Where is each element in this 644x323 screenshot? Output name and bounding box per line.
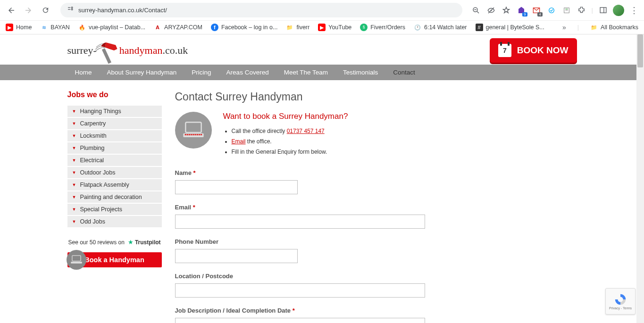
svg-rect-23 <box>189 134 190 135</box>
chevron-down-icon: ▼ <box>72 207 76 212</box>
back-button[interactable] <box>5 4 18 17</box>
laptop-icon <box>175 112 212 149</box>
nav-areas[interactable]: Areas Covered <box>219 65 276 80</box>
job-item[interactable]: ▼Painting and decoration <box>67 191 162 204</box>
bookmark-item[interactable]: ≋BAYAN <box>40 24 70 31</box>
browser-toolbar: surrey-handyman.co.uk/Contact/ 9 4 | ⋮ <box>0 0 644 20</box>
svg-rect-26 <box>194 134 196 135</box>
svg-rect-18 <box>71 262 82 264</box>
bookmarks-overflow-icon[interactable]: » <box>562 24 566 31</box>
svg-point-3 <box>71 9 73 10</box>
location-input[interactable] <box>175 283 425 298</box>
extension-icon-4[interactable] <box>561 5 572 16</box>
extension-icon-3[interactable] <box>546 5 557 16</box>
all-bookmarks[interactable]: 📁All Bookmarks <box>590 24 638 31</box>
job-item[interactable]: ▼Hanging Things <box>67 106 162 118</box>
svg-rect-14 <box>600 8 606 13</box>
recaptcha-badge[interactable]: Privacy - Terms <box>605 288 636 315</box>
name-input[interactable] <box>175 180 298 194</box>
job-item[interactable]: ▼Special Projects <box>67 204 162 216</box>
phone-input[interactable] <box>175 249 298 263</box>
site-settings-icon[interactable] <box>67 6 75 15</box>
svg-rect-29 <box>201 134 202 135</box>
sidebar-title: Jobs we do <box>67 91 162 99</box>
sidepanel-icon[interactable] <box>598 5 608 16</box>
nav-home[interactable]: Home <box>67 65 100 80</box>
phone-label: Phone Number <box>175 238 577 245</box>
name-label: Name * <box>175 169 577 176</box>
chevron-down-icon: ▼ <box>72 121 76 126</box>
job-item[interactable]: ▼Locksmith <box>67 130 162 142</box>
nav-about[interactable]: About Surrey Handyman <box>100 65 184 80</box>
nav-contact[interactable]: Contact <box>385 65 423 80</box>
job-item[interactable]: ▼Electrical <box>67 155 162 167</box>
bookmark-item[interactable]: fiFiverr/Orders <box>360 24 405 31</box>
intro-line: Fill in the General Enquiry form below. <box>232 148 348 156</box>
main-content: Contact Surrey Handyman Want to book a S… <box>175 91 577 323</box>
bookmark-item[interactable]: ▶YouTube <box>318 24 351 31</box>
svg-rect-27 <box>196 134 198 135</box>
extensions-icon[interactable] <box>577 5 587 16</box>
profile-avatar[interactable] <box>613 5 624 16</box>
chevron-down-icon: ▼ <box>72 158 76 163</box>
bookmark-item[interactable]: 📁fiverr <box>286 24 309 31</box>
bookmark-item[interactable]: fFacebook – log in o... <box>211 24 278 31</box>
star-icon: ★ <box>128 239 134 246</box>
page-viewport: surrey- handyman.co.uk 7 BOOK NOW <box>0 34 644 323</box>
site-logo[interactable]: surrey- handyman.co.uk <box>67 39 188 62</box>
sidebar: Jobs we do ▼Hanging Things ▼Carpentry ▼L… <box>67 91 162 323</box>
zoom-icon[interactable] <box>471 5 481 16</box>
chevron-down-icon: ▼ <box>72 182 76 187</box>
forward-button[interactable] <box>22 4 35 17</box>
svg-rect-25 <box>192 134 194 135</box>
bookmarks-bar: ▶Home ≋BAYAN 🔥vue-playlist – Datab... AA… <box>0 20 644 34</box>
chevron-down-icon: ▼ <box>72 219 76 224</box>
job-item[interactable]: ▼Odd Jobs <box>67 216 162 228</box>
job-input[interactable] <box>175 318 425 323</box>
bookmark-item[interactable]: 🔥vue-playlist – Datab... <box>78 24 145 31</box>
browser-chrome: surrey-handyman.co.uk/Contact/ 9 4 | ⋮ ▶… <box>0 0 644 34</box>
url-text: surrey-handyman.co.uk/Contact/ <box>78 7 167 14</box>
scrollbar-thumb[interactable] <box>637 34 643 67</box>
bookmark-item[interactable]: 🕐6:14 Watch later <box>414 24 467 31</box>
intro-title: Want to book a Surrey Handyman? <box>223 112 348 121</box>
svg-rect-24 <box>191 134 192 135</box>
job-item[interactable]: ▼Flatpack Assembly <box>67 179 162 191</box>
browser-menu-icon[interactable]: ⋮ <box>629 5 639 16</box>
phone-link[interactable]: 01737 457 147 <box>287 128 325 134</box>
bookmark-item[interactable]: #general | ByteSole S... <box>476 24 544 31</box>
extension-icon-2[interactable]: 4 <box>531 5 542 16</box>
extension-icon-1[interactable]: 9 <box>516 5 527 16</box>
email-input[interactable] <box>175 215 425 229</box>
chevron-down-icon: ▼ <box>72 195 76 199</box>
nav-pricing[interactable]: Pricing <box>184 65 218 80</box>
url-bar[interactable]: surrey-handyman.co.uk/Contact/ <box>60 3 462 17</box>
bookmark-item[interactable]: ▶Home <box>6 24 32 31</box>
book-handyman-button[interactable]: Book a Handyman <box>67 252 162 267</box>
svg-rect-0 <box>68 7 70 8</box>
email-label: Email * <box>175 204 577 211</box>
scrollbar[interactable] <box>636 34 644 323</box>
svg-rect-21 <box>184 134 186 135</box>
reload-button[interactable] <box>39 4 52 17</box>
bookmark-item[interactable]: AARYZAP.COM <box>154 24 202 31</box>
star-icon[interactable] <box>501 5 511 16</box>
chevron-down-icon: ▼ <box>72 109 76 114</box>
job-label: Job Description / Ideal Completion Date … <box>175 307 577 314</box>
job-item[interactable]: ▼Outdoor Jobs <box>67 167 162 179</box>
book-now-button[interactable]: 7 BOOK NOW <box>490 38 577 63</box>
eye-off-icon[interactable] <box>486 5 496 16</box>
trustpilot-widget[interactable]: See our 50 reviews on ★ Trustpilot <box>67 239 162 246</box>
job-item[interactable]: ▼Carpentry <box>67 118 162 130</box>
page-title: Contact Surrey Handyman <box>175 91 577 103</box>
nav-testimonials[interactable]: Testimonials <box>335 65 385 80</box>
svg-rect-22 <box>186 134 188 135</box>
chevron-down-icon: ▼ <box>72 133 76 138</box>
site-header: surrey- handyman.co.uk 7 BOOK NOW <box>67 34 577 65</box>
email-link[interactable]: Email <box>232 138 246 145</box>
nav-team[interactable]: Meet The Team <box>276 65 335 80</box>
job-item[interactable]: ▼Plumbing <box>67 142 162 155</box>
intro-line: Call the office directly 01737 457 147 <box>232 127 348 135</box>
main-nav: Home About Surrey Handyman Pricing Areas… <box>0 65 644 80</box>
chevron-down-icon: ▼ <box>72 146 76 150</box>
